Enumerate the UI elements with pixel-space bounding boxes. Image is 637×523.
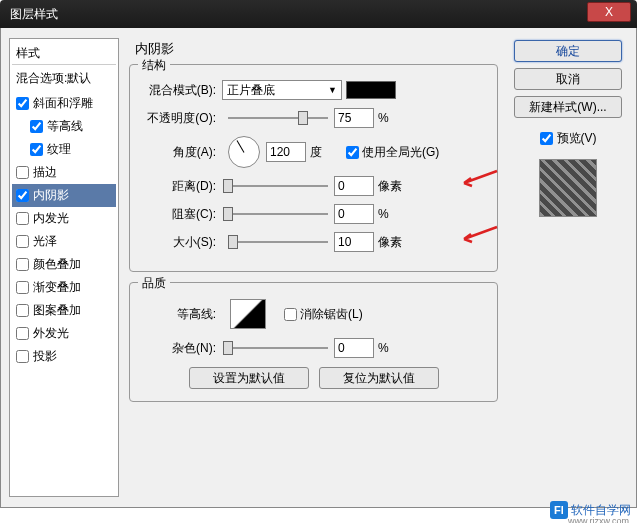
style-item[interactable]: 投影	[12, 345, 116, 368]
size-input[interactable]	[334, 232, 374, 252]
watermark-url: www.rjzxw.com	[568, 516, 629, 523]
quality-fieldset: 品质 等高线: 消除锯齿(L) 杂色(N): % 设置为默认值 复位为默认值	[129, 282, 498, 402]
new-style-button[interactable]: 新建样式(W)...	[514, 96, 622, 118]
style-item[interactable]: 描边	[12, 161, 116, 184]
style-checkbox[interactable]	[16, 327, 29, 340]
style-label: 外发光	[33, 325, 69, 342]
style-checkbox[interactable]	[30, 143, 43, 156]
choke-input[interactable]	[334, 204, 374, 224]
distance-unit: 像素	[378, 178, 408, 195]
cancel-button[interactable]: 取消	[514, 68, 622, 90]
angle-unit: 度	[310, 144, 340, 161]
global-light-checkbox[interactable]	[346, 146, 359, 159]
blend-mode-label: 混合模式(B):	[140, 82, 222, 99]
watermark: Fl 软件自学网 www.rjzxw.com	[550, 501, 631, 519]
style-checkbox[interactable]	[16, 212, 29, 225]
annotation-arrow-icon	[459, 225, 499, 245]
antialias-checkbox[interactable]	[284, 308, 297, 321]
style-checkbox[interactable]	[16, 281, 29, 294]
style-label: 渐变叠加	[33, 279, 81, 296]
reset-default-button[interactable]: 复位为默认值	[319, 367, 439, 389]
style-item[interactable]: 光泽	[12, 230, 116, 253]
right-panel: 确定 取消 新建样式(W)... 预览(V)	[508, 38, 628, 497]
opacity-label: 不透明度(O):	[140, 110, 222, 127]
style-label: 描边	[33, 164, 57, 181]
angle-label: 角度(A):	[140, 144, 222, 161]
style-label: 图案叠加	[33, 302, 81, 319]
style-item[interactable]: 纹理	[12, 138, 116, 161]
noise-slider[interactable]	[228, 347, 328, 349]
size-label: 大小(S):	[140, 234, 222, 251]
style-item[interactable]: 内发光	[12, 207, 116, 230]
style-label: 光泽	[33, 233, 57, 250]
styles-list-panel: 样式 混合选项:默认 斜面和浮雕等高线纹理描边内阴影内发光光泽颜色叠加渐变叠加图…	[9, 38, 119, 497]
style-item[interactable]: 颜色叠加	[12, 253, 116, 276]
style-checkbox[interactable]	[16, 97, 29, 110]
styles-header: 样式	[12, 43, 116, 65]
style-item[interactable]: 等高线	[12, 115, 116, 138]
global-light-label: 使用全局光(G)	[362, 144, 439, 161]
style-checkbox[interactable]	[16, 166, 29, 179]
blend-options-item[interactable]: 混合选项:默认	[12, 67, 116, 90]
make-default-button[interactable]: 设置为默认值	[189, 367, 309, 389]
size-unit: 像素	[378, 234, 408, 251]
style-checkbox[interactable]	[16, 258, 29, 271]
quality-title: 品质	[138, 275, 170, 292]
preview-checkbox[interactable]	[540, 132, 553, 145]
annotation-arrow-icon	[459, 169, 499, 189]
blend-mode-select[interactable]: 正片叠底	[222, 80, 342, 100]
size-slider[interactable]	[228, 241, 328, 243]
opacity-unit: %	[378, 111, 408, 125]
style-checkbox[interactable]	[30, 120, 43, 133]
style-label: 斜面和浮雕	[33, 95, 93, 112]
choke-unit: %	[378, 207, 408, 221]
style-item[interactable]: 内阴影	[12, 184, 116, 207]
style-item[interactable]: 图案叠加	[12, 299, 116, 322]
style-label: 内阴影	[33, 187, 69, 204]
style-item[interactable]: 渐变叠加	[12, 276, 116, 299]
close-button[interactable]: X	[587, 2, 631, 22]
choke-label: 阻塞(C):	[140, 206, 222, 223]
preview-thumbnail	[539, 159, 597, 217]
ok-button[interactable]: 确定	[514, 40, 622, 62]
preview-label: 预览(V)	[557, 130, 597, 147]
dialog-body: 样式 混合选项:默认 斜面和浮雕等高线纹理描边内阴影内发光光泽颜色叠加渐变叠加图…	[0, 28, 637, 508]
style-item[interactable]: 斜面和浮雕	[12, 92, 116, 115]
structure-title: 结构	[138, 57, 170, 74]
angle-input[interactable]	[266, 142, 306, 162]
style-label: 纹理	[47, 141, 71, 158]
watermark-logo-icon: Fl	[550, 501, 568, 519]
distance-input[interactable]	[334, 176, 374, 196]
style-label: 投影	[33, 348, 57, 365]
close-icon: X	[605, 5, 613, 19]
contour-picker[interactable]	[230, 299, 266, 329]
style-item[interactable]: 外发光	[12, 322, 116, 345]
opacity-input[interactable]	[334, 108, 374, 128]
window-title: 图层样式	[10, 6, 58, 23]
opacity-slider[interactable]	[228, 117, 328, 119]
noise-unit: %	[378, 341, 408, 355]
choke-slider[interactable]	[228, 213, 328, 215]
titlebar: 图层样式 X	[0, 0, 637, 28]
angle-dial[interactable]	[228, 136, 260, 168]
style-checkbox[interactable]	[16, 350, 29, 363]
distance-slider[interactable]	[228, 185, 328, 187]
style-checkbox[interactable]	[16, 189, 29, 202]
noise-input[interactable]	[334, 338, 374, 358]
shadow-color-swatch[interactable]	[346, 81, 396, 99]
style-label: 内发光	[33, 210, 69, 227]
distance-label: 距离(D):	[140, 178, 222, 195]
style-checkbox[interactable]	[16, 235, 29, 248]
noise-label: 杂色(N):	[140, 340, 222, 357]
style-checkbox[interactable]	[16, 304, 29, 317]
style-label: 颜色叠加	[33, 256, 81, 273]
structure-fieldset: 结构 混合模式(B): 正片叠底 不透明度(O): % 角度(A): 度 使用全…	[129, 64, 498, 272]
settings-panel: 内阴影 结构 混合模式(B): 正片叠底 不透明度(O): % 角度(A): 度	[119, 38, 508, 497]
panel-title: 内阴影	[135, 40, 498, 58]
style-label: 等高线	[47, 118, 83, 135]
contour-label: 等高线:	[140, 306, 222, 323]
antialias-label: 消除锯齿(L)	[300, 306, 363, 323]
